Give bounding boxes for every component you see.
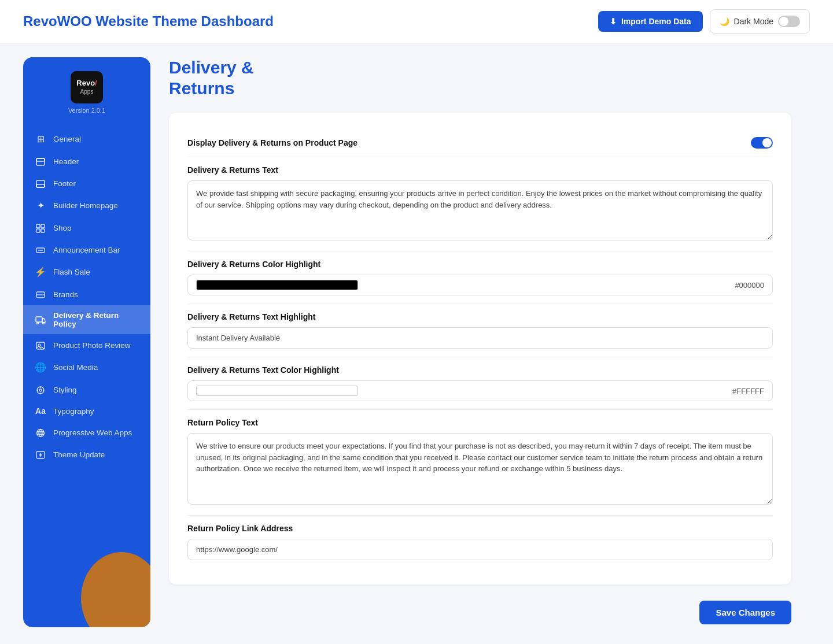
svg-rect-5 — [41, 224, 45, 228]
svg-rect-0 — [36, 158, 45, 165]
typography-icon: Aa — [35, 406, 46, 416]
svg-rect-12 — [36, 317, 42, 322]
import-btn-label: Import Demo Data — [621, 17, 691, 26]
sidebar-item-footer[interactable]: Footer — [23, 172, 150, 194]
svg-rect-3 — [36, 184, 45, 187]
sidebar-item-shop[interactable]: Shop — [23, 217, 150, 239]
header-icon — [35, 156, 46, 166]
shop-icon — [35, 223, 46, 233]
grid-icon: ⊞ — [35, 134, 46, 145]
sidebar-item-flash-sale[interactable]: ⚡ Flash Sale — [23, 261, 150, 283]
toggle-track — [778, 16, 800, 27]
logo-box: Revo/ Apps — [71, 71, 103, 103]
import-demo-data-button[interactable]: ⬇ Import Demo Data — [598, 11, 703, 32]
sidebar-item-label: Product Photo Review — [53, 341, 131, 350]
sidebar-item-label: Footer — [53, 179, 76, 188]
sidebar-blob — [81, 552, 150, 627]
sidebar-item-announcement-bar[interactable]: Announcement Bar — [23, 239, 150, 261]
sidebar-logo: Revo/ Apps Version 2.0.1 — [23, 57, 150, 123]
text-color-highlight-label: Delivery & Returns Text Color Highlight — [187, 365, 773, 375]
return-policy-text-textarea[interactable] — [187, 433, 773, 505]
text-highlight-input[interactable] — [187, 327, 773, 349]
text-color-highlight-hex: #FFFFFF — [732, 387, 764, 395]
photo-review-icon — [35, 340, 46, 350]
display-toggle-label: Display Delivery & Returns on Product Pa… — [187, 138, 357, 147]
download-icon: ⬇ — [610, 17, 617, 26]
dark-mode-toggle[interactable] — [778, 16, 800, 27]
dark-mode-button[interactable]: 🌙 Dark Mode — [710, 9, 810, 34]
settings-card: Display Delivery & Returns on Product Pa… — [169, 113, 791, 584]
sidebar-item-styling[interactable]: Styling — [23, 379, 150, 401]
sidebar-item-label: Header — [53, 157, 79, 166]
display-toggle[interactable] — [751, 137, 773, 149]
color-highlight-picker-row: #000000 — [187, 275, 773, 295]
sidebar-nav: ⊞ General Header — [23, 123, 150, 470]
color-highlight-hex: #000000 — [735, 281, 764, 290]
builder-icon: ✦ — [35, 200, 46, 211]
styling-icon — [35, 384, 46, 395]
sidebar-item-brands[interactable]: Brands — [23, 283, 150, 305]
svg-point-14 — [43, 322, 45, 324]
brands-icon — [35, 289, 46, 299]
svg-rect-7 — [41, 229, 45, 232]
text-highlight-section: Delivery & Returns Text Highlight — [187, 304, 773, 357]
sidebar-item-label: Brands — [53, 290, 78, 299]
moon-icon: 🌙 — [720, 17, 729, 26]
sidebar-item-builder-homepage[interactable]: ✦ Builder Homepage — [23, 194, 150, 217]
display-toggle-knob — [762, 138, 772, 147]
return-policy-link-label: Return Policy Link Address — [187, 524, 773, 533]
sidebar-item-label: Shop — [53, 224, 72, 232]
sidebar-item-general[interactable]: ⊞ General — [23, 128, 150, 150]
return-policy-link-section: Return Policy Link Address — [187, 516, 773, 568]
top-header: RevoWOO Website Theme Dashboard ⬇ Import… — [0, 0, 833, 43]
return-policy-link-input[interactable] — [187, 539, 773, 560]
sidebar-item-label: Social Media — [53, 363, 98, 372]
sidebar-item-social-media[interactable]: 🌐 Social Media — [23, 356, 150, 379]
color-highlight-swatch[interactable] — [196, 280, 358, 290]
sidebar-item-delivery-return-policy[interactable]: Delivery & Return Policy — [23, 305, 150, 334]
svg-rect-1 — [36, 158, 45, 161]
pwa-icon — [35, 427, 46, 438]
sidebar-item-pwa[interactable]: Progressive Web Apps — [23, 421, 150, 443]
text-color-highlight-picker-row: #FFFFFF — [187, 380, 773, 401]
svg-rect-4 — [36, 224, 40, 228]
social-icon: 🌐 — [35, 362, 46, 373]
toggle-knob — [779, 17, 788, 26]
display-toggle-row: Display Delivery & Returns on Product Pa… — [187, 129, 773, 157]
sidebar-item-label: Typography — [53, 407, 94, 416]
sidebar-item-label: Styling — [53, 386, 77, 394]
sidebar-item-header[interactable]: Header — [23, 150, 150, 172]
sidebar-item-label: Progressive Web Apps — [53, 428, 132, 437]
save-btn-row: Save Changes — [169, 601, 791, 624]
returns-text-textarea[interactable] — [187, 180, 773, 240]
dark-mode-label: Dark Mode — [734, 17, 773, 26]
page-title: Delivery & Returns — [169, 57, 791, 99]
returns-text-section: Delivery & Returns Text — [187, 157, 773, 251]
sidebar-item-product-photo-review[interactable]: Product Photo Review — [23, 334, 150, 356]
svg-rect-2 — [36, 180, 45, 187]
text-color-highlight-section: Delivery & Returns Text Color Highlight … — [187, 357, 773, 410]
sidebar: Revo/ Apps Version 2.0.1 ⊞ General Heade… — [23, 57, 150, 627]
color-highlight-label: Delivery & Returns Color Highlight — [187, 260, 773, 269]
content-area: Delivery & Returns Display Delivery & Re… — [150, 57, 810, 627]
svg-point-18 — [39, 389, 42, 391]
sidebar-item-theme-update[interactable]: Theme Update — [23, 443, 150, 465]
delivery-icon — [35, 314, 46, 325]
return-policy-text-label: Return Policy Text — [187, 418, 773, 427]
svg-point-13 — [37, 322, 39, 324]
returns-text-label: Delivery & Returns Text — [187, 165, 773, 175]
svg-point-16 — [38, 344, 40, 346]
text-color-highlight-swatch[interactable] — [196, 386, 358, 396]
save-changes-button[interactable]: Save Changes — [699, 601, 791, 624]
announcement-icon — [35, 245, 46, 255]
sidebar-item-label: Announcement Bar — [53, 246, 120, 254]
sidebar-item-label: Flash Sale — [53, 268, 90, 276]
update-icon — [35, 449, 46, 460]
color-highlight-section: Delivery & Returns Color Highlight #0000… — [187, 251, 773, 304]
sidebar-item-label: Builder Homepage — [53, 201, 118, 210]
display-toggle-track — [751, 137, 773, 149]
footer-icon — [35, 178, 46, 188]
sidebar-item-label: Delivery & Return Policy — [53, 311, 139, 328]
sidebar-item-typography[interactable]: Aa Typography — [23, 401, 150, 421]
main-layout: Revo/ Apps Version 2.0.1 ⊞ General Heade… — [0, 43, 833, 641]
